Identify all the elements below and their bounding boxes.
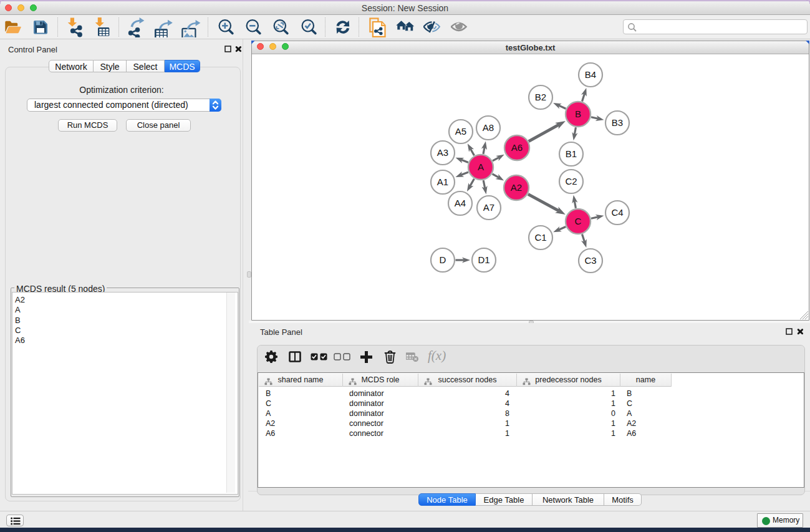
svg-text:C2: C2	[565, 176, 577, 186]
svg-text:B1: B1	[566, 148, 577, 159]
svg-text:B2: B2	[535, 92, 546, 102]
svg-text:D1: D1	[478, 254, 489, 265]
svg-text:A4: A4	[455, 198, 466, 208]
svg-text:B: B	[575, 109, 581, 119]
svg-text:A7: A7	[483, 202, 494, 213]
svg-text:C3: C3	[584, 255, 596, 266]
svg-text:A2: A2	[511, 182, 522, 193]
svg-text:A6: A6	[511, 142, 523, 153]
svg-text:A5: A5	[455, 126, 466, 137]
svg-text:B3: B3	[612, 117, 623, 128]
svg-text:B4: B4	[585, 69, 596, 80]
svg-text:C4: C4	[611, 207, 623, 218]
svg-text:A: A	[478, 162, 484, 172]
svg-text:A1: A1	[437, 177, 448, 187]
svg-text:C1: C1	[534, 232, 546, 243]
svg-text:A3: A3	[437, 147, 448, 158]
svg-text:A8: A8	[483, 122, 494, 133]
svg-text:C: C	[575, 216, 582, 226]
svg-text:D: D	[440, 254, 446, 265]
